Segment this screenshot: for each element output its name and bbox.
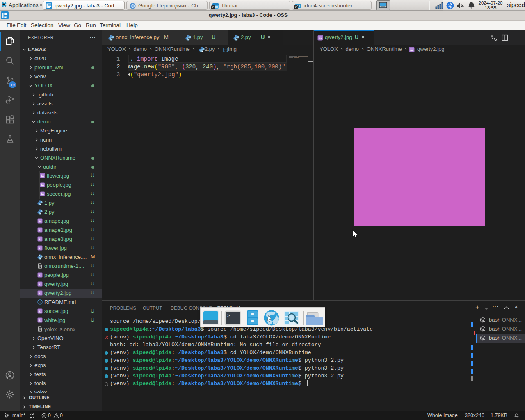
svg-text:>_: >_ (227, 313, 233, 318)
